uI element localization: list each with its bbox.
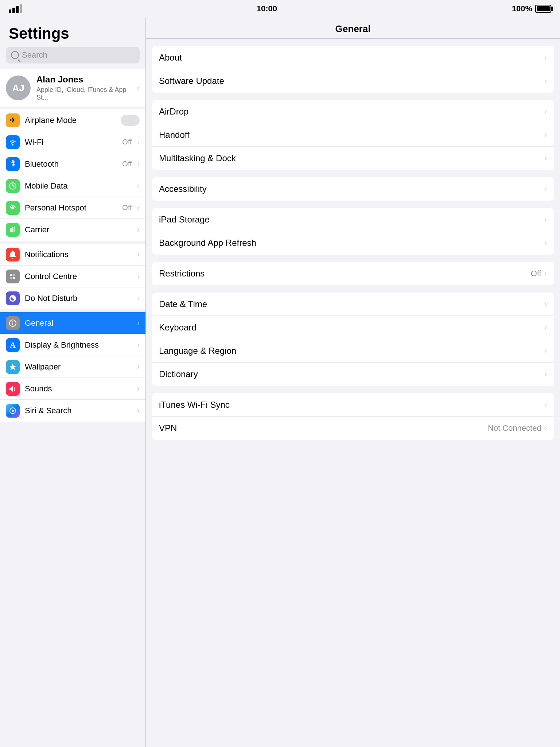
svg-point-9 [10, 274, 12, 276]
airplane-icon: ✈ [6, 113, 20, 127]
right-header: General [146, 18, 560, 39]
notifications-label: Notifications [25, 250, 132, 259]
sounds-icon [6, 382, 20, 396]
mobiledata-icon [6, 179, 20, 193]
signal-strength [9, 4, 22, 13]
languageregion-chevron: › [544, 346, 547, 356]
svg-point-11 [10, 277, 12, 279]
svg-rect-6 [10, 228, 12, 232]
svg-rect-3 [20, 4, 22, 13]
airdrop-chevron: › [544, 107, 547, 116]
displaybrightness-row[interactable]: A Display & Brightness › [0, 334, 145, 356]
restrictions-value: Off [531, 269, 541, 278]
backgroundapprefresh-label: Background App Refresh [159, 238, 544, 248]
hotspot-row[interactable]: Personal Hotspot Off › [0, 197, 145, 219]
dictionary-row[interactable]: Dictionary › [152, 363, 554, 386]
main-layout: Settings Search AJ Alan Jones Apple ID, … [0, 18, 560, 747]
group-airdrop: AirDrop › Handoff › Multitasking & Dock … [152, 100, 554, 170]
vpn-row[interactable]: VPN Not Connected › [152, 417, 554, 440]
displaybrightness-label: Display & Brightness [25, 340, 132, 350]
mobiledata-row[interactable]: Mobile Data › [0, 175, 145, 197]
handoff-row[interactable]: Handoff › [152, 123, 554, 147]
controlcentre-chevron: › [137, 272, 140, 281]
displaybrightness-chevron: › [137, 340, 140, 350]
bluetooth-icon [6, 157, 20, 171]
keyboard-label: Keyboard [159, 322, 544, 333]
airplane-mode-row[interactable]: ✈ Airplane Mode [0, 109, 145, 131]
accessibility-chevron: › [544, 184, 547, 194]
donotdisturb-row[interactable]: Do Not Disturb › [0, 287, 145, 309]
airdrop-row[interactable]: AirDrop › [152, 100, 554, 123]
ipadstorage-row[interactable]: iPad Storage › [152, 208, 554, 231]
right-panel: General About › Software Update › AirDro… [146, 18, 560, 747]
profile-subtitle: Apple ID, iCloud, iTunes & App St... [36, 86, 131, 101]
wifi-value: Off [122, 138, 132, 146]
sounds-row[interactable]: Sounds › [0, 378, 145, 400]
hotspot-icon [6, 201, 20, 215]
profile-chevron: › [137, 83, 140, 93]
notification-settings-group: Notifications › Control Centre › [0, 244, 145, 309]
handoff-chevron: › [544, 130, 547, 140]
display-settings-group: General › A Display & Brightness › Wallp… [0, 312, 145, 422]
airdrop-label: AirDrop [159, 107, 544, 117]
backgroundapprefresh-row[interactable]: Background App Refresh › [152, 231, 554, 255]
restrictions-label: Restrictions [159, 268, 531, 279]
ituneswifisync-row[interactable]: iTunes Wi-Fi Sync › [152, 393, 554, 417]
wallpaper-label: Wallpaper [25, 362, 132, 372]
airplane-toggle[interactable] [121, 115, 140, 126]
mobiledata-chevron: › [137, 181, 140, 191]
carrier-row[interactable]: Carrier › [0, 219, 145, 241]
search-placeholder: Search [22, 50, 47, 60]
about-label: About [159, 53, 544, 63]
sirisearch-row[interactable]: Siri & Search › [0, 400, 145, 422]
group-itunes: iTunes Wi-Fi Sync › VPN Not Connected › [152, 393, 554, 440]
svg-point-5 [11, 206, 14, 209]
accessibility-row[interactable]: Accessibility › [152, 177, 554, 201]
displaybrightness-icon: A [6, 338, 20, 352]
sounds-chevron: › [137, 384, 140, 394]
bluetooth-value: Off [122, 160, 132, 168]
multitasking-row[interactable]: Multitasking & Dock › [152, 147, 554, 170]
mobiledata-label: Mobile Data [25, 181, 132, 191]
ipadstorage-chevron: › [544, 215, 547, 224]
svg-point-12 [13, 277, 15, 279]
search-icon [11, 51, 19, 59]
handoff-label: Handoff [159, 130, 544, 140]
softwareupdate-row[interactable]: Software Update › [152, 69, 554, 93]
group-storage: iPad Storage › Background App Refresh › [152, 208, 554, 255]
datetime-label: Date & Time [159, 299, 544, 309]
status-bar: 10:00 100% [0, 0, 560, 18]
controlcentre-row[interactable]: Control Centre › [0, 266, 145, 287]
hotspot-chevron: › [137, 203, 140, 213]
sidebar: Settings Search AJ Alan Jones Apple ID, … [0, 18, 146, 747]
restrictions-chevron: › [544, 269, 547, 278]
notifications-row[interactable]: Notifications › [0, 244, 145, 266]
about-chevron: › [544, 53, 547, 62]
languageregion-label: Language & Region [159, 346, 544, 356]
battery-fill [537, 6, 550, 11]
right-content: About › Software Update › AirDrop › Hand… [146, 39, 560, 454]
keyboard-row[interactable]: Keyboard › [152, 316, 554, 339]
group-about: About › Software Update › [152, 46, 554, 93]
dictionary-label: Dictionary [159, 369, 544, 379]
search-bar[interactable]: Search [6, 47, 140, 63]
backgroundapprefresh-chevron: › [544, 238, 547, 248]
datetime-row[interactable]: Date & Time › [152, 293, 554, 316]
languageregion-row[interactable]: Language & Region › [152, 339, 554, 363]
wifi-row[interactable]: Wi-Fi Off › [0, 131, 145, 153]
bluetooth-row[interactable]: Bluetooth Off › [0, 153, 145, 175]
donotdisturb-label: Do Not Disturb [25, 294, 132, 303]
datetime-chevron: › [544, 299, 547, 309]
restrictions-row[interactable]: Restrictions Off › [152, 262, 554, 285]
wallpaper-row[interactable]: Wallpaper › [0, 356, 145, 378]
general-row[interactable]: General › [0, 312, 145, 334]
softwareupdate-label: Software Update [159, 76, 544, 86]
sidebar-title: Settings [0, 18, 145, 47]
notifications-chevron: › [137, 250, 140, 259]
dictionary-chevron: › [544, 369, 547, 379]
sirisearch-label: Siri & Search [25, 406, 132, 415]
about-row[interactable]: About › [152, 46, 554, 69]
profile-row[interactable]: AJ Alan Jones Apple ID, iCloud, iTunes &… [0, 69, 145, 107]
multitasking-label: Multitasking & Dock [159, 153, 544, 163]
wallpaper-icon [6, 360, 20, 374]
